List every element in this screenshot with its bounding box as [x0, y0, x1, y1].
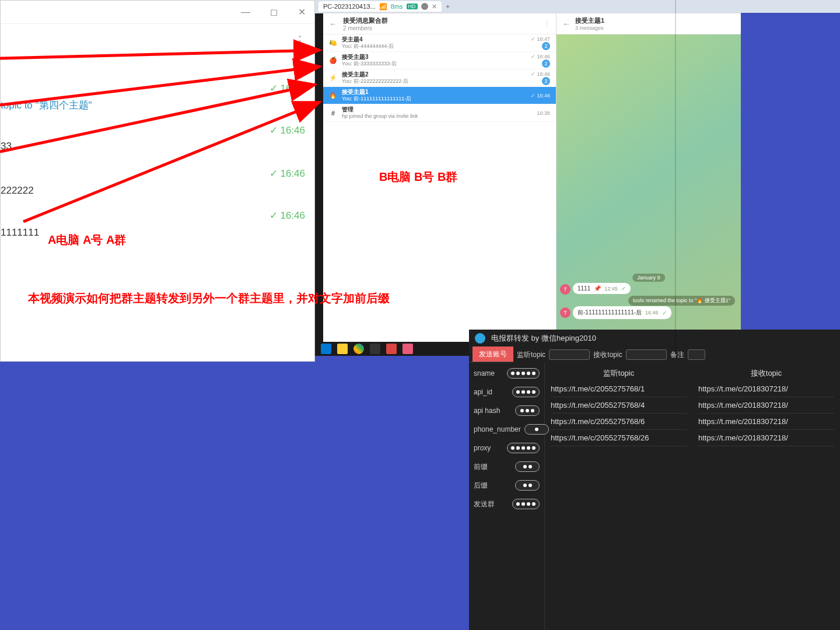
msg-time: 16:46 — [270, 124, 305, 136]
msg-time: 12:45 — [604, 286, 618, 292]
tab-status-icon — [421, 3, 428, 10]
edge-icon[interactable] — [321, 344, 331, 354]
msg-time: 16:46 — [270, 209, 305, 222]
new-tab-button[interactable]: + — [446, 3, 450, 10]
msg-text: 1111111 — [1, 227, 39, 239]
topic-link[interactable]: topic to "第四个主题" — [1, 99, 92, 112]
topic-last-msg: You: 前-3333333333-后 — [342, 61, 526, 67]
form-row: phone_number — [474, 424, 540, 435]
window-a-titlebar: — ◻ ✕ — [1, 1, 314, 24]
menu-icon[interactable]: ⋮ — [544, 20, 550, 27]
field-label: api hash — [474, 407, 500, 415]
topic-icon: 🍋 — [329, 39, 337, 47]
field-input[interactable] — [507, 443, 540, 453]
recv-column: 接收topic https://t.me/c/2018307218/https:… — [698, 366, 834, 626]
tab-badge: HD — [407, 4, 418, 9]
filter-label: 接收topic — [593, 350, 622, 360]
browser-tab[interactable]: PC-202312041З... 📶 8ms HD ✕ — [318, 1, 442, 12]
telegram-window-a: — ◻ ✕ ⋮ 16:47 topic to "第四个主题" 16:46 33 … — [0, 0, 315, 362]
topic-time: ✓ 16:46 — [531, 93, 550, 99]
topic-last-msg: You: 前-111111111111111-后 — [342, 96, 526, 102]
listen-topic-input[interactable] — [549, 349, 590, 360]
url-cell[interactable]: https://t.me/c/2018307218/ — [698, 381, 834, 397]
topic-name: 接受主题3 — [342, 54, 526, 61]
col-header: 接收topic — [698, 366, 834, 381]
maximize-button[interactable]: ◻ — [265, 4, 282, 20]
url-cell[interactable]: https://t.me/c/2055275768/4 — [551, 397, 687, 414]
chat-body[interactable]: January 8 T 1111 📌 12:45 ✓ tools renamed… — [556, 34, 741, 355]
url-cell[interactable]: https://t.me/c/2018307218/ — [698, 430, 834, 446]
app-icon[interactable] — [402, 344, 413, 354]
filter-label: 备注 — [670, 350, 684, 360]
topic-icon: 🔥 — [329, 92, 337, 100]
msg-time: 16:46 — [645, 310, 659, 316]
topic-item[interactable]: # 管理 hp joined the group via invite link… — [323, 104, 556, 122]
check-icon: ✓ — [662, 310, 667, 316]
tab-close-icon[interactable]: ✕ — [432, 3, 437, 10]
topic-time: ✓ 16:46 — [531, 54, 550, 60]
tab-latency: 8ms — [391, 3, 403, 10]
annotation-caption: 本视频演示如何把群主题转发到另外一个群主题里，并对文字加前后缀 — [28, 290, 390, 306]
annotation-a: A电脑 A号 A群 — [48, 232, 126, 248]
chrome-icon[interactable] — [354, 344, 364, 354]
topic-last-msg: hp joined the group via invite link — [342, 113, 532, 120]
tab-send-account[interactable]: 发送账号 — [473, 346, 513, 362]
annotation-b: B电脑 B号 B群 — [379, 169, 457, 185]
field-input[interactable] — [507, 368, 540, 379]
topic-item[interactable]: ⚡ 接受主题2 You: 前-22222222222222-后 ✓ 16:46 … — [323, 69, 556, 87]
recv-topic-input[interactable] — [626, 349, 667, 360]
msg-time: 16:47 — [270, 82, 305, 94]
topic-item[interactable]: 🍋 受主题4 You: 前-444444444-后 ✓ 16:47 2 — [323, 34, 556, 52]
field-label: 发送群 — [474, 499, 495, 509]
back-icon[interactable]: ← — [329, 19, 337, 29]
avatar: T — [560, 284, 570, 295]
tool-table: 监听topic https://t.me/c/2055275768/1https… — [545, 362, 840, 630]
field-label: api_id — [474, 388, 492, 396]
topic-name: 受主题4 — [342, 36, 526, 43]
form-row: api_id — [474, 387, 540, 397]
field-input[interactable] — [515, 480, 540, 491]
message-bubble: 前-111111111111111-后 16:46 ✓ — [573, 306, 671, 319]
url-cell[interactable]: https://t.me/c/2018307218/ — [698, 397, 834, 414]
app-icon[interactable] — [386, 344, 397, 354]
minimize-button[interactable]: — — [237, 4, 254, 20]
topic-time: ✓ 16:46 — [531, 71, 550, 77]
explorer-icon[interactable] — [337, 344, 348, 354]
back-icon[interactable]: ← — [562, 19, 570, 29]
unread-badge: 2 — [542, 42, 550, 50]
url-cell[interactable]: https://t.me/c/2055275768/6 — [551, 414, 687, 430]
topic-icon: # — [329, 109, 337, 117]
col-header: 监听topic — [551, 366, 687, 381]
url-cell[interactable]: https://t.me/c/2055275768/26 — [551, 430, 687, 446]
form-row: proxy — [474, 443, 540, 453]
topic-time: ✓ 16:47 — [531, 36, 550, 42]
url-cell[interactable]: https://t.me/c/2055275768/1 — [551, 381, 687, 397]
tool-tabs: 发送账号 — [469, 347, 513, 362]
field-input[interactable] — [515, 405, 540, 416]
forward-tool-window: 电报群转发 by 微信heping2010 发送账号 监听topic 接收top… — [469, 330, 840, 630]
chat-panel: ← 接受主题1 3 messages January 8 T 1111 📌 12… — [556, 13, 741, 355]
app-icon[interactable] — [370, 344, 380, 354]
tool-body: sname api_id api hash phone_number proxy… — [469, 362, 840, 630]
topic-item[interactable]: 🔥 接受主题1 You: 前-111111111111111-后 ✓ 16:46 — [323, 87, 556, 104]
form-row: 发送群 — [474, 499, 540, 509]
tool-form: sname api_id api hash phone_number proxy… — [469, 362, 545, 630]
field-input[interactable] — [515, 461, 540, 472]
form-row: sname — [474, 368, 540, 379]
group-title: 接受消息聚合群 — [343, 16, 388, 25]
list-header: ← 接受消息聚合群 2 members ⋮ — [323, 13, 556, 34]
topic-name: 接受主题1 — [342, 89, 526, 96]
note-input[interactable] — [688, 349, 705, 360]
desktop-bg — [315, 356, 469, 630]
topic-name: 接受主题2 — [342, 71, 526, 78]
field-input[interactable] — [512, 387, 540, 397]
system-message: tools renamed the topic to "🔥 接受主题1" — [628, 296, 735, 306]
msg-time: 16:46 — [270, 167, 305, 180]
url-cell[interactable]: https://t.me/c/2018307218/ — [698, 414, 834, 430]
topic-item[interactable]: 🍎 接受主题3 You: 前-3333333333-后 ✓ 16:46 2 — [323, 52, 556, 69]
close-button[interactable]: ✕ — [293, 4, 310, 20]
msg-text: 222222 — [1, 185, 34, 197]
listen-column: 监听topic https://t.me/c/2055275768/1https… — [551, 366, 687, 626]
field-input[interactable] — [512, 499, 540, 509]
group-subtitle: 2 members — [343, 25, 388, 32]
